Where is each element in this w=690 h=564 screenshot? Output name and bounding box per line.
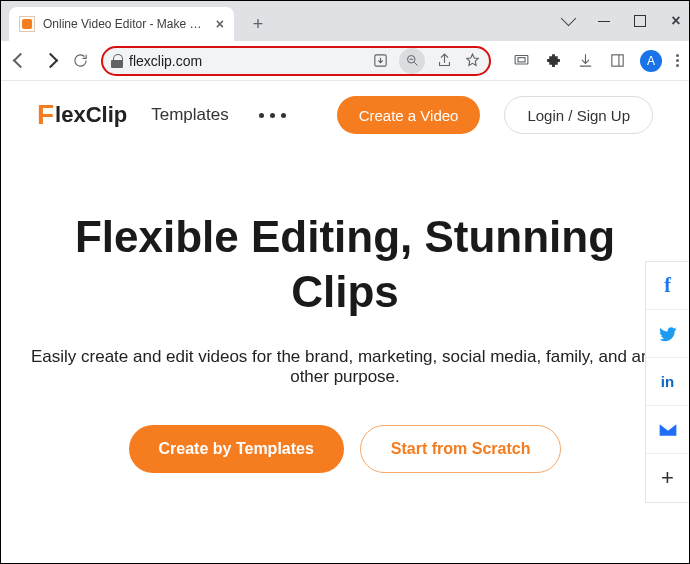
browser-tab[interactable]: Online Video Editor - Make Vide × xyxy=(9,7,234,41)
window-controls: × xyxy=(561,1,683,41)
hero-headline: Flexible Editing, Stunning Clips xyxy=(21,209,669,319)
favicon-icon xyxy=(19,16,35,32)
create-video-button[interactable]: Create a Video xyxy=(337,96,481,134)
lock-icon xyxy=(111,54,123,68)
cta-start-from-scratch[interactable]: Start from Scratch xyxy=(360,425,562,473)
tab-close-icon[interactable]: × xyxy=(216,16,224,32)
minimize-icon[interactable] xyxy=(597,14,611,28)
tab-search-icon[interactable] xyxy=(561,14,575,28)
reload-button[interactable] xyxy=(71,52,89,70)
side-panel-icon[interactable] xyxy=(608,52,626,70)
bookmark-star-icon[interactable] xyxy=(463,52,481,70)
share-linkedin-icon[interactable]: in xyxy=(646,358,689,406)
address-bar[interactable]: flexclip.com xyxy=(101,46,491,76)
svg-rect-4 xyxy=(611,55,622,66)
login-signup-button[interactable]: Login / Sign Up xyxy=(504,96,653,134)
forward-button[interactable] xyxy=(41,52,59,70)
install-app-icon[interactable] xyxy=(371,52,389,70)
browser-menu-icon[interactable] xyxy=(676,54,679,67)
browser-toolbar: flexclip.com A xyxy=(1,41,689,81)
hero-section: Flexible Editing, Stunning Clips Easily … xyxy=(1,149,689,473)
share-more-icon[interactable]: + xyxy=(646,454,689,502)
svg-rect-2 xyxy=(515,56,528,64)
close-window-icon[interactable]: × xyxy=(669,14,683,28)
nav-more-icon[interactable] xyxy=(259,113,286,118)
maximize-icon[interactable] xyxy=(633,14,647,28)
social-share-rail: f in + xyxy=(645,261,689,503)
hero-subtext: Easily create and edit videos for the br… xyxy=(21,347,669,387)
window-titlebar: Online Video Editor - Make Vide × + × xyxy=(1,1,689,41)
url-text: flexclip.com xyxy=(129,53,365,69)
logo-letter: F xyxy=(37,99,54,131)
cast-icon[interactable] xyxy=(512,52,530,70)
new-tab-button[interactable]: + xyxy=(244,10,272,38)
extensions-icon[interactable] xyxy=(544,52,562,70)
profile-avatar[interactable]: A xyxy=(640,50,662,72)
cta-row: Create by Templates Start from Scratch xyxy=(21,425,669,473)
cta-create-by-templates[interactable]: Create by Templates xyxy=(129,425,344,473)
back-button[interactable] xyxy=(11,52,29,70)
svg-rect-3 xyxy=(517,58,524,62)
share-icon[interactable] xyxy=(435,52,453,70)
share-facebook-icon[interactable]: f xyxy=(646,262,689,310)
share-email-icon[interactable] xyxy=(646,406,689,454)
zoom-icon[interactable] xyxy=(399,48,425,74)
downloads-icon[interactable] xyxy=(576,52,594,70)
page-content: F lexClip Templates Create a Video Login… xyxy=(1,81,689,564)
site-header: F lexClip Templates Create a Video Login… xyxy=(1,81,689,149)
nav-templates[interactable]: Templates xyxy=(151,105,228,125)
logo-text: lexClip xyxy=(55,102,127,128)
site-logo[interactable]: F lexClip xyxy=(37,99,127,131)
tab-title: Online Video Editor - Make Vide xyxy=(43,17,208,31)
share-twitter-icon[interactable] xyxy=(646,310,689,358)
